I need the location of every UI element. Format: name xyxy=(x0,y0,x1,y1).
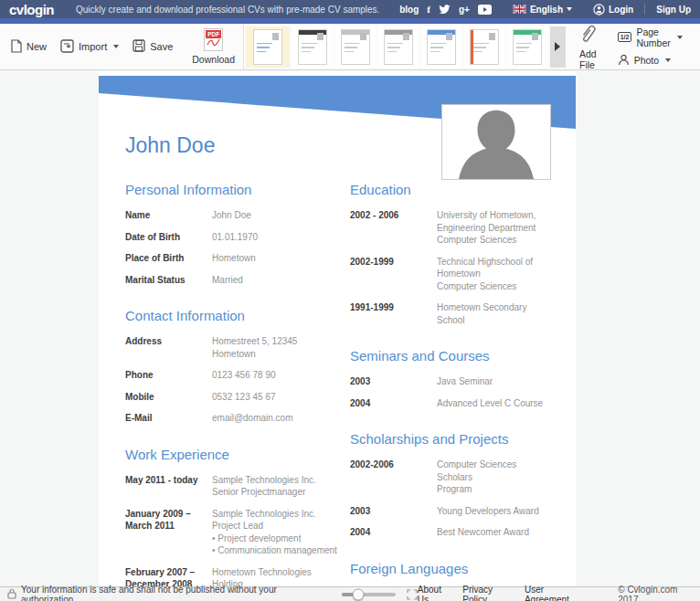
section-contact-information: Contact Information Address Homestreet 5… xyxy=(125,308,350,425)
zoom-slider-handle[interactable] xyxy=(352,588,364,600)
blog-link[interactable]: blog xyxy=(399,5,419,15)
fit-screen-icon[interactable] xyxy=(407,589,418,600)
cv-row: 2002 - 2006 University of Hometown, Engi… xyxy=(350,209,544,247)
import-button[interactable]: Import xyxy=(60,39,119,55)
cv-row: May 2011 - today Sample Technologies Inc… xyxy=(125,474,350,499)
tagline: Quickly create and download professional… xyxy=(76,5,379,15)
add-file-button[interactable]: Add File xyxy=(571,24,605,69)
cv-row: Mobile 0532 123 45 67 xyxy=(125,391,350,404)
new-document-icon xyxy=(11,39,22,55)
template-thumb-orange-stripe[interactable] xyxy=(464,26,504,68)
cv-left-column: Personal Information Name John Doe Date … xyxy=(125,182,350,586)
save-icon xyxy=(133,39,145,54)
cv-row: 2002-1999 Technical Highschool of Hometo… xyxy=(350,256,544,293)
language-label: English xyxy=(530,5,563,15)
cv-row: 2003 Java Seminar xyxy=(350,375,544,388)
top-navbar: cvlogin Quickly create and download prof… xyxy=(0,0,700,18)
about-us-link[interactable]: About Us xyxy=(418,585,450,601)
pdf-icon: PDF xyxy=(204,28,223,51)
save-button[interactable]: Save xyxy=(133,39,173,54)
zoom-slider[interactable] xyxy=(342,593,396,596)
section-title[interactable]: Seminars and Courses xyxy=(350,348,544,364)
cv-row: Date of Birth 01.01.1970 xyxy=(125,231,350,244)
page-number-button[interactable]: 1/2 Page Number xyxy=(618,26,683,48)
template-thumb-gray-dark[interactable] xyxy=(378,26,419,68)
section-education: Education 2002 - 2006 University of Home… xyxy=(350,182,544,326)
arrow-right-icon xyxy=(555,42,560,51)
lock-icon xyxy=(7,588,16,601)
download-button[interactable]: PDF Download xyxy=(184,24,243,69)
page-number-icon: 1/2 xyxy=(618,32,632,42)
signup-button[interactable]: Sign Up xyxy=(656,5,691,15)
youtube-icon[interactable] xyxy=(478,5,492,15)
cv-row: Marital Status Married xyxy=(125,274,350,287)
cv-row: 2003 Young Developers Award xyxy=(350,505,544,518)
twitter-icon[interactable] xyxy=(439,5,451,15)
section-personal-information: Personal Information Name John Doe Date … xyxy=(125,182,350,286)
page-number-label: Page Number xyxy=(636,26,670,48)
section-title[interactable]: Foreign Languages xyxy=(350,561,544,576)
cv-row: E-Mail email@domain.com xyxy=(125,412,350,425)
cv-row: January 2009 – March 2011 Sample Technol… xyxy=(125,508,350,557)
section-title[interactable]: Work Experience xyxy=(125,447,350,462)
new-button[interactable]: New xyxy=(11,39,47,55)
copyright: © Cvlogin.com 2017 xyxy=(618,585,689,601)
editor-toolbar: New Import Save PDF Download xyxy=(0,24,700,70)
template-thumb-blue-classic[interactable] xyxy=(246,26,290,68)
cv-row: 2004 Advanced Level C Course xyxy=(350,397,544,410)
thumbnails-next-button[interactable] xyxy=(550,26,566,68)
import-icon xyxy=(60,39,74,55)
section-seminars-courses: Seminars and Courses 2003 Java Seminar 2… xyxy=(350,348,544,409)
cv-row: 2004 Best Newcomer Award xyxy=(350,526,544,539)
cv-row: Name John Doe xyxy=(125,209,350,222)
footer-links: About Us Privacy Policy User Agreement ©… xyxy=(418,585,693,601)
user-circle-icon xyxy=(593,4,605,16)
template-thumb-green-header[interactable] xyxy=(507,26,547,68)
status-bar: Your information is safe and shall not b… xyxy=(0,586,700,601)
photo-button[interactable]: Photo xyxy=(618,54,683,68)
template-thumb-gray-light[interactable] xyxy=(335,26,376,68)
divider xyxy=(644,4,645,15)
cv-right-column: Education 2002 - 2006 University of Home… xyxy=(350,182,544,586)
chevron-down-icon xyxy=(113,45,119,48)
cv-row: Place of Birth Hometown xyxy=(125,252,350,265)
save-label: Save xyxy=(150,41,173,52)
section-title[interactable]: Scholarships and Projects xyxy=(350,431,544,447)
help-button[interactable]: Help xyxy=(695,24,700,69)
privacy-policy-link[interactable]: Privacy Policy xyxy=(462,585,512,601)
section-scholarships-projects: Scholarships and Projects 2002-2006 Comp… xyxy=(350,431,544,539)
chevron-down-icon xyxy=(567,7,572,11)
facebook-icon[interactable]: f xyxy=(427,4,430,15)
template-thumb-dark-header[interactable] xyxy=(292,26,333,68)
google-plus-icon[interactable]: g+ xyxy=(459,5,470,15)
section-title[interactable]: Contact Information xyxy=(125,308,350,323)
cvlogin-logo[interactable]: cvlogin xyxy=(9,2,54,17)
add-file-label: Add File xyxy=(579,48,597,70)
photo-label: Photo xyxy=(634,55,659,66)
import-label: Import xyxy=(79,41,107,52)
cv-row: Phone 0123 456 78 90 xyxy=(125,369,350,382)
template-thumb-blue-header[interactable] xyxy=(421,26,461,68)
section-work-experience: Work Experience May 2011 - today Sample … xyxy=(125,447,350,587)
cv-row: Address Homestreet 5, 12345 Hometown xyxy=(125,335,350,360)
navbar-right: blog f g+ English Login Sign Up xyxy=(399,4,691,16)
cv-name[interactable]: John Doe xyxy=(99,71,576,158)
cv-row: 1991-1999 Hometown Secondary School xyxy=(350,301,544,326)
section-title[interactable]: Personal Information xyxy=(125,182,350,197)
user-agreement-link[interactable]: User Agreement xyxy=(525,585,581,601)
login-label: Login xyxy=(609,5,633,15)
cv-preview-area: John Doe Personal Information Name John … xyxy=(0,71,700,586)
section-foreign-languages: Foreign Languages Spanish native speaker… xyxy=(350,561,544,587)
file-actions: New Import Save xyxy=(4,24,180,69)
section-title[interactable]: Education xyxy=(350,182,544,197)
login-button[interactable]: Login xyxy=(593,4,633,16)
person-icon xyxy=(618,54,630,68)
cv-page: John Doe Personal Information Name John … xyxy=(99,71,576,586)
language-selector[interactable]: English xyxy=(513,5,572,15)
template-thumbnails xyxy=(243,24,567,69)
cv-columns: Personal Information Name John Doe Date … xyxy=(99,158,576,586)
chevron-down-icon xyxy=(677,36,683,39)
cv-row: 2002-2006 Computer Sciences Scholars Pro… xyxy=(350,459,544,496)
new-label: New xyxy=(27,41,47,52)
privacy-note: Your information is safe and shall not b… xyxy=(21,585,298,601)
